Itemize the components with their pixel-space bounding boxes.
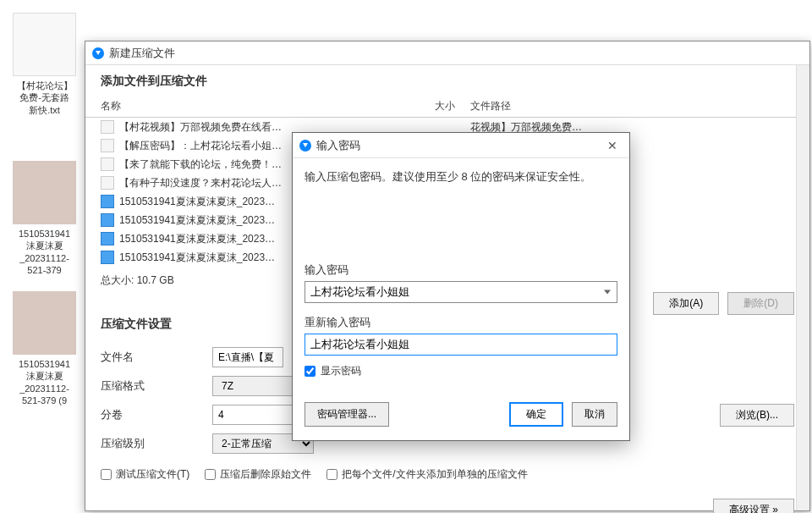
col-path[interactable]: 文件路径 — [470, 99, 794, 113]
desktop-icons-column: 【村花论坛】 免费-无套路 新快.txt 1510531941 沫夏沫夏 _20… — [8, 161, 80, 415]
label-split: 分卷 — [101, 407, 212, 422]
desktop-item[interactable]: 1510531941 沫夏沫夏 _20231112- 521-379 — [8, 161, 80, 276]
image-file-icon — [101, 251, 114, 264]
password-manager-button[interactable]: 密码管理器... — [304, 402, 389, 427]
modal-titlebar[interactable]: 输入密码 ✕ — [293, 133, 629, 158]
text-file-icon — [101, 157, 114, 171]
delete-button[interactable]: 删除(D) — [727, 292, 794, 315]
image-thumbnail — [13, 291, 76, 355]
check-show-password[interactable]: 显示密码 — [304, 364, 617, 378]
text-file-icon — [101, 139, 114, 152]
password-input[interactable] — [304, 281, 617, 303]
label-filename: 文件名 — [101, 350, 212, 365]
app-icon — [299, 140, 311, 152]
file-list-header: 名称 大小 文件路径 — [85, 96, 809, 118]
desktop-item-label: 1510531941 沫夏沫夏 _20231112- 521-379 — [8, 228, 80, 276]
image-thumbnail — [13, 161, 76, 224]
desktop-item-label[interactable]: 【村花论坛】 免费-无套路 新快.txt — [8, 80, 80, 116]
close-icon[interactable]: ✕ — [602, 139, 623, 152]
check-test[interactable]: 测试压缩文件(T) — [101, 467, 189, 482]
section-heading-add: 添加文件到压缩文件 — [101, 74, 809, 89]
file-icon — [13, 13, 76, 76]
desktop-item[interactable]: 1510531941 沫夏沫夏 _20231112- 521-379 (9 — [8, 291, 80, 406]
label-password-confirm: 重新输入密码 — [304, 315, 617, 330]
ok-button[interactable]: 确定 — [509, 402, 563, 427]
browse-button[interactable]: 浏览(B)... — [720, 404, 794, 427]
check-delete-original[interactable]: 压缩后删除原始文件 — [205, 467, 311, 482]
desktop-item-label: 1510531941 沫夏沫夏 _20231112- 521-379 (9 — [8, 358, 80, 406]
advanced-button[interactable]: 高级设置 — [713, 499, 794, 513]
label-format: 压缩格式 — [101, 378, 212, 394]
col-name[interactable]: 名称 — [101, 99, 435, 113]
titlebar[interactable]: 新建压缩文件 — [85, 41, 809, 65]
password-confirm-input[interactable] — [304, 334, 617, 356]
password-hint: 输入压缩包密码。建议使用至少 8 位的密码来保证安全性。 — [304, 168, 617, 186]
window-title: 新建压缩文件 — [109, 46, 175, 61]
label-password: 输入密码 — [304, 262, 617, 278]
password-dialog: 输入密码 ✕ 输入压缩包密码。建议使用至少 8 位的密码来保证安全性。 输入密码… — [292, 132, 630, 441]
filename-input[interactable] — [212, 347, 283, 367]
image-file-icon — [101, 213, 114, 227]
col-size[interactable]: 大小 — [435, 99, 470, 113]
modal-title: 输入密码 — [316, 138, 360, 153]
app-icon — [92, 47, 104, 59]
image-file-icon — [101, 195, 114, 208]
label-level: 压缩级别 — [101, 436, 212, 451]
add-button[interactable]: 添加(A) — [653, 292, 719, 315]
check-separate-archives[interactable]: 把每个文件/文件夹添加到单独的压缩文件 — [326, 467, 527, 482]
scrollbar[interactable] — [796, 65, 809, 510]
image-file-icon — [101, 232, 114, 245]
cancel-button[interactable]: 取消 — [572, 402, 617, 427]
text-file-icon — [101, 176, 114, 190]
text-file-icon — [101, 120, 114, 134]
